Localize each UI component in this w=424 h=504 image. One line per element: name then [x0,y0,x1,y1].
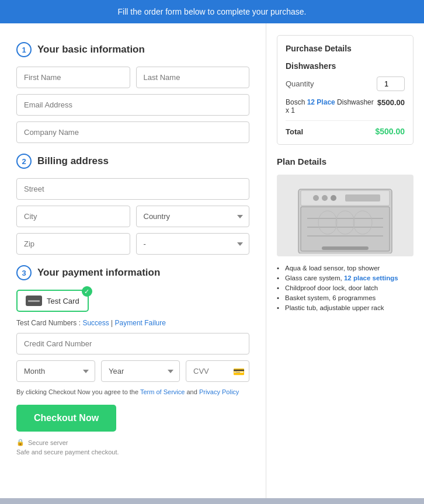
feature-item-2: Glass care system, 12 place settings [277,274,413,281]
section1-title: Your basic information [37,44,145,55]
terms-text: By clicking Checkout Now you agree to th… [16,388,249,397]
street-input[interactable] [16,178,249,200]
secure-info-row: 🔒 Secure server [16,439,249,446]
card-number-row [16,333,249,354]
product-name-highlight: 12 Place [307,98,335,106]
svg-rect-13 [345,194,380,201]
svg-point-10 [313,195,319,201]
card-label: Test Card [47,297,79,305]
feature-item-1: Aqua & load sensor, top shower [277,265,413,272]
features-list: Aqua & load sensor, top shower Glass car… [277,265,413,311]
test-card-label: Test Card Numbers : [16,319,82,327]
total-amount: $500.00 [375,127,405,136]
svg-point-11 [322,195,328,201]
dishwasher-image [277,175,413,256]
country-select[interactable]: Country [136,206,250,227]
quantity-row: Quantity [286,77,405,91]
svg-point-12 [331,195,336,201]
svg-rect-1 [301,207,390,251]
expiry-cvv-row: Month 01 02 03 12 Year 2024 2025 2026 [16,360,249,382]
cvv-wrapper: 💳 [186,360,249,382]
checkout-button[interactable]: Checkout Now [16,405,116,432]
email-input[interactable] [16,94,249,116]
privacy-policy-link[interactable]: Privacy Policy [199,388,239,395]
first-name-input[interactable] [16,67,130,88]
secure-description: Safe and secure payment checkout. [16,449,249,456]
city-country-row: Country [16,206,249,227]
city-input[interactable] [16,206,130,227]
card-icon [26,296,42,306]
section2-header: 2 Billing address [16,154,249,169]
year-select[interactable]: Year 2024 2025 2026 [101,360,180,382]
test-card-option[interactable]: Test Card ✓ [16,290,89,312]
section1-header: 1 Your basic information [16,42,249,57]
secure-server-text: Secure server [28,439,68,446]
order-form-panel: 1 Your basic information 2 Billing addre… [0,23,266,498]
purchase-details-box: Purchase Details Dishwashers Quantity Bo… [277,35,413,145]
product-price: $500.00 [377,98,405,107]
section3-title: Your payment information [37,267,160,279]
street-row [16,178,249,200]
lock-icon: 🔒 [16,439,25,446]
section2-number: 2 [16,154,32,169]
section2-title: Billing address [37,155,109,167]
product-desc: Bosch 12 Place Dishwasher x 1 [286,98,377,114]
zip-input[interactable] [16,233,130,255]
state-select[interactable]: - [136,233,250,255]
company-row [16,121,249,143]
total-row: Total $500.00 [286,127,405,136]
test-card-failure-link[interactable]: Payment Failure [115,319,166,327]
feature-item-3: Childproof door lock, door latch [277,284,413,291]
product-name-part1: Bosch [286,98,307,106]
terms-of-service-link[interactable]: Term of Service [140,388,185,395]
check-badge: ✓ [82,286,92,297]
test-card-info: Test Card Numbers : Success | Payment Fa… [16,319,249,327]
section1-number: 1 [16,42,32,57]
terms-middle: and [186,388,199,395]
quantity-label: Quantity [286,79,314,88]
zip-state-row: - [16,233,249,255]
quantity-input[interactable] [377,77,405,91]
card-number-input[interactable] [16,333,249,354]
name-row [16,67,249,88]
email-row [16,94,249,116]
svg-rect-9 [322,246,369,250]
section3-header: 3 Your payment information [16,265,249,280]
test-card-success-link[interactable]: Success [82,319,109,327]
right-panel: Purchase Details Dishwashers Quantity Bo… [266,23,424,498]
top-banner: Fill the order form below to complete yo… [0,0,424,23]
feature-item-4: Basket system, 6 programmes [277,294,413,301]
product-category: Dishwashers [286,61,405,71]
terms-before: By clicking Checkout Now you agree to th… [16,388,140,395]
purchase-details-title: Purchase Details [286,44,405,53]
product-row: Bosch 12 Place Dishwasher x 1 $500.00 [286,98,405,121]
feature-item-5: Plastic tub, adjustable upper rack [277,304,413,311]
total-label: Total [286,127,303,136]
payment-section: 3 Your payment information Test Card ✓ T… [16,265,249,456]
month-select[interactable]: Month 01 02 03 12 [16,360,95,382]
banner-text: Fill the order form below to complete yo… [118,7,307,16]
section3-number: 3 [16,265,32,280]
cvv-card-icon: 💳 [233,366,245,377]
company-input[interactable] [16,121,249,143]
plan-details: Plan Details [277,157,413,311]
plan-details-title: Plan Details [277,157,413,166]
last-name-input[interactable] [136,67,250,88]
billing-section: 2 Billing address Country - [16,154,249,255]
